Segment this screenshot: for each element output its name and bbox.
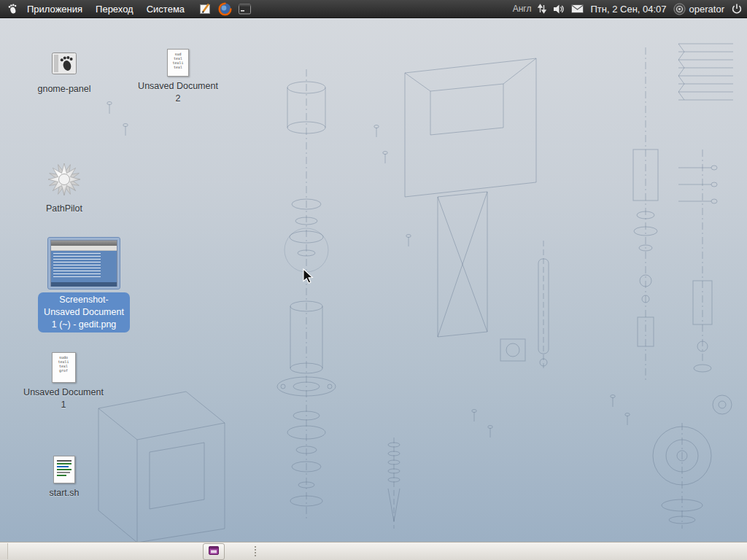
taskbar-window-button[interactable]	[203, 543, 225, 560]
icon-label: gnome-panel	[38, 83, 91, 96]
quick-launchers	[197, 1, 252, 17]
file-preview-line: grof	[53, 368, 74, 373]
show-desktop-button[interactable]	[0, 543, 8, 559]
gnome-panel-icon	[51, 50, 77, 79]
power-icon[interactable]	[731, 3, 743, 15]
bottom-panel	[0, 542, 747, 560]
desktop-area[interactable]: gnome-panel sud texl texli texl Unsaved …	[0, 18, 747, 542]
system-tray: Англ П	[513, 3, 743, 15]
text-file-icon: sudo texli texl grof	[52, 352, 76, 383]
icon-label-selected: Screenshot- Unsaved Document 1 (~) - ged…	[38, 292, 130, 332]
menu-system[interactable]: Система	[140, 0, 191, 18]
icon-label: PathPilot	[46, 203, 82, 215]
desktop-icon-pathpilot[interactable]: PathPilot	[29, 163, 99, 215]
text-file-icon: sud texl texli texl	[167, 49, 189, 77]
user-name: operator	[689, 4, 724, 15]
terminal-launcher-icon[interactable]	[236, 1, 252, 17]
icon-label: Unsaved Document 1	[23, 386, 104, 411]
shell-script-icon	[53, 456, 75, 483]
desktop-screen: Приложения Переход Система	[0, 0, 747, 560]
firefox-launcher-icon[interactable]	[217, 1, 233, 17]
user-menu[interactable]: operator	[673, 3, 724, 15]
desktop-icon-start-sh[interactable]: start.sh	[29, 456, 99, 499]
volume-icon[interactable]	[553, 4, 565, 15]
keyboard-switch-arrows-icon[interactable]	[538, 4, 546, 14]
user-icon	[673, 3, 686, 15]
gedit-launcher-icon[interactable]	[197, 1, 213, 17]
menu-places[interactable]: Переход	[89, 0, 140, 18]
menu-applications[interactable]: Приложения	[20, 0, 89, 18]
top-panel: Приложения Переход Система	[0, 0, 747, 18]
file-preview-line: texl	[169, 65, 187, 69]
desktop-icon-gnome-panel[interactable]: gnome-panel	[29, 50, 99, 96]
image-thumbnail-selected	[48, 238, 120, 289]
icon-label: start.sh	[50, 487, 80, 499]
mail-icon[interactable]	[571, 4, 584, 13]
desktop-icon-unsaved-document-2[interactable]: sud texl texli texl Unsaved Document 2	[133, 49, 223, 105]
icon-label: Unsaved Document 2	[138, 80, 218, 105]
desktop-icon-unsaved-document-1[interactable]: sudo texli texl grof Unsaved Document 1	[18, 352, 109, 411]
screenshot-thumbnail	[50, 240, 117, 287]
applet-drag-handle[interactable]	[254, 545, 258, 557]
keyboard-layout-indicator[interactable]: Англ	[513, 4, 532, 14]
window-icon	[208, 545, 220, 559]
desktop-icon-screenshot-gedit-png[interactable]: Screenshot- Unsaved Document 1 (~) - ged…	[33, 238, 135, 332]
pathpilot-icon	[47, 163, 81, 199]
gnome-foot-icon[interactable]	[4, 1, 20, 17]
clock[interactable]: Птн, 2 Сен, 04:07	[590, 4, 666, 15]
